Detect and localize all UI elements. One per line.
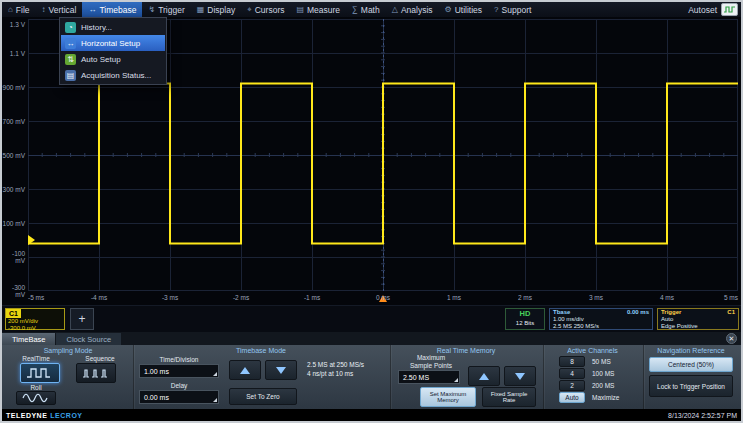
menu-item-utilities[interactable]: ⚙Utilities [439, 2, 489, 17]
active-channels-row: 4100 MS [543, 367, 642, 379]
dropdown-item-horizontal-setup[interactable]: ↔Horizontal Setup [61, 35, 165, 51]
menu-item-trigger[interactable]: ↯Trigger [142, 2, 190, 17]
sequence-mode-button[interactable] [76, 363, 116, 383]
menu-item-analysis[interactable]: △Analysis [386, 2, 439, 17]
trigger-mode: Auto [661, 316, 735, 323]
roll-mode-button[interactable] [16, 391, 56, 405]
max-sample-points-label-line2: Sample Points [394, 362, 468, 370]
add-trace-button[interactable]: + [70, 308, 94, 330]
trigger-source: C1 [727, 309, 735, 316]
menu-item-math[interactable]: ∑Math [346, 2, 386, 17]
close-icon[interactable]: ✕ [726, 333, 737, 344]
trigger-summary[interactable]: Trigger C1 Auto Edge Positive [657, 308, 739, 330]
menu-item-measure[interactable]: ▤Measure [290, 2, 346, 17]
history-icon: ◔ [65, 22, 76, 33]
menu-item-label: Timebase [99, 5, 136, 15]
max-sample-points-input[interactable]: 2.50 MS [398, 370, 460, 384]
sample-points-down-button[interactable] [504, 366, 536, 386]
arrow-up-icon [240, 367, 250, 374]
active-channels-row: AutoMaximize [543, 391, 642, 403]
y-axis-label: 900 mV [2, 84, 25, 91]
active-channels-row: 850 MS [543, 355, 642, 367]
x-axis-label: -5 ms [28, 294, 44, 301]
time-division-down-button[interactable] [265, 360, 297, 380]
time-division-steppers [229, 360, 297, 380]
brand-teledyne: TELEDYNE [6, 412, 47, 419]
analysis-icon: △ [392, 5, 398, 14]
tab-clock-source[interactable]: Clock Source [56, 333, 121, 345]
menu-item-label: Trigger [158, 5, 185, 15]
trigger-type: Edge Positive [661, 323, 735, 330]
menu-items: ⌂File↕Vertical↔Timebase↯Trigger▦Display⌖… [2, 2, 537, 17]
menu-item-file[interactable]: ⌂File [2, 2, 36, 17]
horizontal-setup-icon: ↔ [65, 38, 76, 49]
tab-timebase[interactable]: TimeBase [2, 333, 55, 345]
x-axis-label: -2 ms [233, 294, 249, 301]
max-sample-points-label: Maximum Sample Points [394, 354, 468, 369]
channel-c1-descriptor[interactable]: C1 200 mV/div -300.0 mV [5, 308, 65, 330]
channel-strip: C1 200 mV/div -300.0 mV + HD 12 Bits Tba… [2, 305, 741, 332]
realtime-mode-button[interactable] [20, 363, 60, 383]
sampling-info-line2: 4 ns/pt at 10 ms [307, 370, 364, 379]
active-channels-row: 2200 MS [543, 379, 642, 391]
y-axis-label: 300 mV [2, 186, 25, 193]
active-channels-4-button[interactable]: 4 [559, 368, 585, 379]
active-channels-desc: 100 MS [592, 370, 614, 377]
active-channels-desc: 200 MS [592, 382, 614, 389]
timebase-icon: ↔ [88, 5, 96, 14]
square-wave-icon [26, 367, 54, 379]
real-time-memory-header: Real Time Memory [390, 345, 542, 354]
active-channels-2-button[interactable]: 2 [559, 380, 585, 391]
menu-item-support[interactable]: ?Support [488, 2, 537, 17]
auto-setup-icon: ⇅ [65, 54, 76, 65]
active-channels-section: Active Channels 850 MS4100 MS2200 MSAuto… [543, 345, 642, 409]
vertical-icon: ↕ [42, 5, 46, 14]
fixed-sample-rate-button[interactable]: Fixed Sample Rate [482, 387, 536, 407]
timebase-mode-header: Timebase Mode [133, 345, 389, 354]
c1-waveform-trace [28, 84, 738, 244]
time-division-up-button[interactable] [229, 360, 261, 380]
timebase-mode-section: Timebase Mode Time/Division 1.00 ms 2.5 … [133, 345, 389, 409]
active-channels-auto-button[interactable]: Auto [559, 392, 585, 403]
delay-input[interactable]: 0.00 ms [139, 390, 219, 404]
dropdown-item-history[interactable]: ◔History... [61, 19, 165, 35]
y-axis-label: 100 mV [2, 220, 25, 227]
menu-item-label: Display [207, 5, 235, 15]
menu-item-cursors[interactable]: ⌖Cursors [241, 2, 290, 17]
dropdown-item-auto-setup[interactable]: ⇅Auto Setup [61, 51, 165, 67]
centered-button[interactable]: Centered (50%) [649, 357, 733, 372]
datetime: 8/13/2024 2:52:57 PM [668, 412, 737, 419]
autoset-label: Autoset [688, 5, 717, 15]
x-axis-label: -1 ms [304, 294, 320, 301]
channel-c1-offset: -300.0 mV [6, 325, 64, 332]
dialog-tab-bar: TimeBase Clock Source ✕ [2, 332, 741, 345]
menu-item-display[interactable]: ▦Display [191, 2, 241, 17]
set-to-zero-button[interactable]: Set To Zero [229, 388, 297, 405]
timebase-summary[interactable]: Tbase 0.00 ms 1.00 ms/div 2.5 MS 250 MS/… [549, 308, 653, 330]
menu-item-vertical[interactable]: ↕Vertical [36, 2, 83, 17]
x-axis-label: -3 ms [162, 294, 178, 301]
menu-bar: ⌂File↕Vertical↔Timebase↯Trigger▦Display⌖… [2, 2, 741, 17]
lock-to-trigger-position-button[interactable]: Lock to Trigger Position [649, 375, 733, 397]
tbase-samples: 2.5 MS 250 MS/s [553, 323, 649, 330]
dropdown-item-acquisition-status[interactable]: ▤Acquisition Status... [61, 67, 165, 83]
trigger-icon: ↯ [148, 5, 155, 14]
trigger-title: Trigger [661, 309, 681, 316]
x-axis-label: 0 ms [376, 294, 390, 301]
menu-item-label: Math [361, 5, 380, 15]
active-channels-8-button[interactable]: 8 [559, 356, 585, 367]
time-division-input[interactable]: 1.00 ms [139, 364, 219, 378]
sampling-info-line1: 2.5 MS at 250 MS/s [307, 361, 364, 370]
y-axis-label: -300 mV [2, 284, 25, 298]
dropdown-item-label: Auto Setup [81, 55, 121, 64]
timebase-menu-dropdown: ◔History...↔Horizontal Setup⇅Auto Setup▤… [59, 17, 167, 85]
autoset-button[interactable]: Autoset [688, 2, 741, 17]
set-maximum-memory-button[interactable]: Set Maximum Memory [420, 387, 476, 407]
max-sample-points-label-line1: Maximum [394, 354, 468, 362]
active-channels-header: Active Channels [543, 345, 642, 354]
menu-item-timebase[interactable]: ↔Timebase [82, 2, 142, 17]
sample-points-up-button[interactable] [468, 366, 500, 386]
active-channels-desc: 50 MS [592, 358, 611, 365]
menu-item-label: Support [502, 5, 532, 15]
math-icon: ∑ [352, 5, 358, 14]
